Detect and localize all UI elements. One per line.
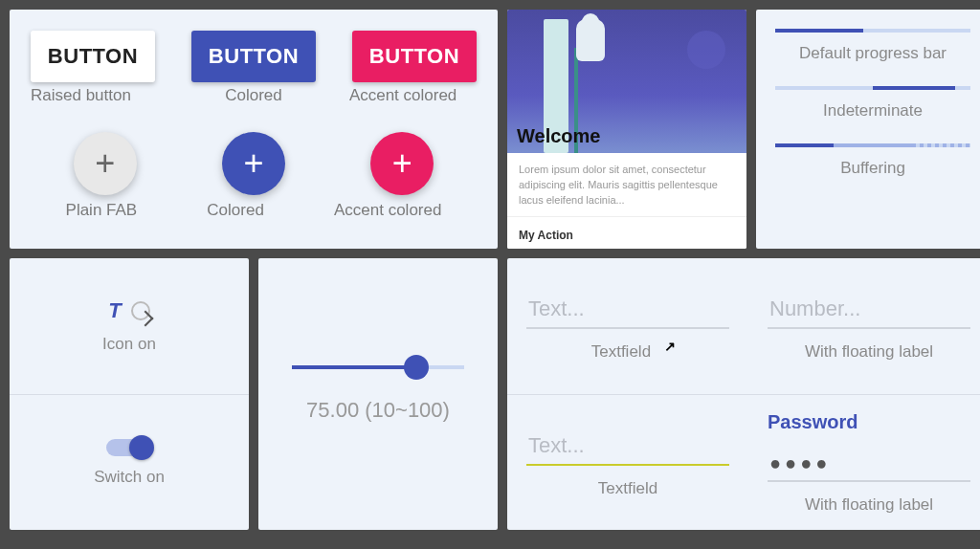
textfield-2: With floating label [748, 258, 980, 394]
slider[interactable] [292, 365, 464, 369]
progress-label-default: Default progress bar [775, 44, 970, 63]
caption-fab-accent: Accent colored [334, 201, 441, 220]
card-title: Welcome [517, 125, 600, 147]
caption-fab-colored: Colored [207, 201, 264, 220]
switch-caption: Switch on [94, 468, 165, 487]
slider-panel: 75.00 (10~100) [258, 258, 498, 530]
progress-indeterminate: Indeterminate [775, 86, 970, 121]
number-input[interactable] [768, 291, 970, 329]
textfield-3: Textfield [507, 395, 748, 530]
caption-accent: Accent colored [329, 86, 477, 105]
raised-button-colored[interactable]: BUTTON [191, 31, 316, 82]
raised-button-row: BUTTON BUTTON BUTTON [31, 31, 477, 82]
format-icon[interactable]: T [108, 298, 121, 323]
password-input[interactable]: ●●●● [768, 447, 970, 482]
slider-track-fill [292, 365, 416, 369]
textfield-4: Password ●●●● With floating label [748, 395, 980, 530]
progress-bar-indeterminate [775, 86, 970, 90]
progress-bar-default [775, 29, 970, 33]
text-input[interactable] [526, 291, 729, 329]
raised-button-default[interactable]: BUTTON [31, 31, 155, 82]
progress-fill-primary [775, 143, 834, 147]
text-input-active[interactable] [526, 428, 729, 466]
icon-toggle-caption: Icon on [102, 335, 156, 354]
progress-default: Default progress bar [775, 29, 970, 63]
fab-accent[interactable]: + [370, 132, 434, 195]
card-action-button[interactable]: My Action [507, 217, 746, 249]
progress-dots [912, 143, 970, 147]
progress-panel: Default progress bar Indeterminate Buffe… [756, 10, 980, 249]
slider-thumb[interactable] [404, 355, 429, 380]
switch-toggle[interactable] [106, 439, 152, 456]
toggle-panel: T Icon on Switch on [10, 258, 249, 530]
textfield-caption: Textfield [598, 479, 657, 498]
floating-label: Password [768, 411, 858, 433]
icon-toggle-section: T Icon on [10, 258, 249, 394]
progress-bar-buffering [775, 143, 970, 147]
progress-label-indeterminate: Indeterminate [775, 101, 970, 121]
moon-icon [687, 31, 725, 69]
progress-label-buffering: Buffering [775, 159, 970, 178]
slider-value-label: 75.00 (10~100) [306, 398, 450, 423]
progress-buffering: Buffering [775, 143, 970, 178]
textfield-caption: Textfield [591, 342, 665, 362]
progress-fill [873, 86, 955, 90]
caption-colored: Colored [180, 86, 327, 105]
raised-button-accent[interactable]: BUTTON [352, 31, 477, 82]
textfield-1: Textfield [507, 258, 748, 394]
textfield-caption: With floating label [805, 342, 933, 362]
caption-fab-plain: Plain FAB [66, 201, 138, 220]
card-body-text: Lorem ipsum dolor sit amet, consectetur … [507, 153, 746, 217]
fab-plain[interactable]: + [74, 132, 137, 195]
progress-fill [775, 29, 863, 33]
fab-captions: Plain FAB Colored Accent colored [31, 201, 477, 220]
buttons-panel: BUTTON BUTTON BUTTON Raised button Color… [10, 10, 498, 249]
switch-knob [129, 435, 154, 460]
progress-fill-buffer [834, 143, 912, 147]
fab-row: + + + [31, 132, 477, 195]
astronaut-head-icon [582, 13, 599, 31]
switch-section: Switch on [10, 394, 249, 530]
card-panel: Welcome Lorem ipsum dolor sit amet, cons… [507, 10, 746, 249]
card-image: Welcome [507, 10, 746, 153]
fab-colored[interactable]: + [222, 132, 285, 195]
raised-button-captions: Raised button Colored Accent colored [31, 86, 477, 105]
caption-raised: Raised button [31, 86, 178, 105]
pointer-icon[interactable] [131, 301, 150, 320]
textfield-caption: With floating label [805, 495, 933, 515]
textfields-panel: Textfield With floating label Textfield … [507, 258, 980, 530]
